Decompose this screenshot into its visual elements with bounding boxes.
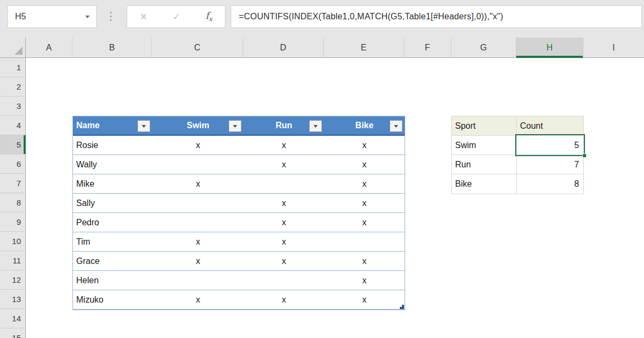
column-header-h-selected[interactable]: H (516, 38, 583, 57)
header-run[interactable]: Run (244, 116, 324, 135)
row-header-3[interactable]: 3 (0, 97, 26, 116)
fill-handle[interactable] (582, 153, 587, 158)
row-header-9[interactable]: 9 (0, 212, 26, 232)
cell-count[interactable]: 8 (517, 174, 583, 194)
cell-bike[interactable]: x (324, 213, 405, 232)
enter-icon[interactable]: ✓ (173, 11, 180, 23)
cell-name[interactable]: Wally (73, 155, 152, 174)
column-header-a[interactable]: A (26, 38, 72, 57)
cell-name[interactable]: Helen (73, 271, 152, 290)
row-header-12[interactable]: 12 (0, 270, 26, 290)
column-header-b[interactable]: B (72, 38, 152, 57)
column-header-e[interactable]: E (324, 38, 404, 57)
cell-run[interactable] (244, 174, 324, 193)
cell-name[interactable]: Rosie (73, 136, 152, 155)
row-header-7[interactable]: 7 (0, 174, 26, 193)
cell-swim[interactable] (152, 155, 244, 174)
cell-bike[interactable]: x (324, 252, 405, 270)
cell-count[interactable]: 7 (517, 155, 583, 174)
cell-name[interactable]: Sally (73, 194, 152, 212)
cell-name[interactable]: Tim (73, 232, 152, 251)
cell-name[interactable]: Grace (73, 252, 152, 270)
insert-function-icon[interactable]: fx (206, 10, 213, 23)
cell-name[interactable]: Pedro (73, 213, 152, 232)
chevron-down-icon (313, 125, 318, 128)
table-resize-handle[interactable] (400, 305, 404, 309)
cell-sport[interactable]: Run (452, 155, 517, 174)
column-header-i[interactable]: I (583, 38, 644, 57)
table-row: Tim x x (73, 232, 405, 252)
filter-button-name[interactable] (137, 120, 150, 132)
row-header-5-selected[interactable]: 5 (0, 135, 26, 155)
row-header-1[interactable]: 1 (0, 58, 26, 77)
cell-swim[interactable] (152, 271, 244, 290)
cell-bike[interactable]: x (324, 174, 405, 193)
cell-swim[interactable]: x (152, 290, 244, 309)
cell-name[interactable]: Mike (73, 174, 152, 193)
row-header-10[interactable]: 10 (0, 232, 26, 251)
row-header-2[interactable]: 2 (0, 77, 26, 97)
cell-name[interactable]: Mizuko (73, 290, 152, 309)
table-row: Pedro x x (73, 213, 405, 232)
row-header-14[interactable]: 14 (0, 309, 26, 328)
filter-button-run[interactable] (309, 120, 322, 132)
row-header-4[interactable]: 4 (0, 116, 26, 135)
column-header-d[interactable]: D (243, 38, 324, 57)
filter-button-swim[interactable] (229, 120, 241, 132)
cell-swim[interactable]: x (152, 252, 244, 270)
row-header-6[interactable]: 6 (0, 155, 26, 174)
row-header-15[interactable]: 15 (0, 328, 26, 338)
cell-bike[interactable]: x (324, 271, 405, 290)
cell-run[interactable]: x (244, 155, 324, 174)
cell-swim[interactable] (152, 213, 244, 232)
summary-header-sport[interactable]: Sport (452, 116, 517, 135)
cell-bike[interactable]: x (324, 290, 405, 309)
formula-input[interactable]: =COUNTIFS(INDEX(Table1,0,MATCH(G5,Table1… (231, 5, 642, 28)
table-row: Rosie x x x (73, 136, 405, 155)
cell-run[interactable] (244, 271, 324, 290)
cell-run[interactable]: x (244, 213, 324, 232)
cell-run[interactable]: x (244, 290, 324, 309)
summary-row: Bike 8 (452, 174, 583, 194)
cancel-icon[interactable]: ✕ (140, 11, 147, 23)
cell-sport[interactable]: Bike (452, 174, 517, 194)
cell-run[interactable]: x (244, 136, 324, 155)
cell-bike[interactable]: x (324, 194, 405, 212)
cell-swim[interactable]: x (152, 232, 244, 251)
cell-run[interactable]: x (244, 252, 324, 270)
chevron-down-icon (142, 125, 146, 128)
select-all-button[interactable] (0, 38, 26, 57)
summary-table: Sport Count Swim 5 Run 7 Bike 8 (451, 116, 584, 194)
header-bike[interactable]: Bike (324, 116, 405, 135)
select-all-icon (14, 47, 23, 55)
cell-swim[interactable]: x (152, 174, 244, 193)
cell-run[interactable]: x (244, 194, 324, 212)
row-header-11[interactable]: 11 (0, 251, 26, 270)
cell-count-selected[interactable]: 5 (517, 136, 583, 155)
column-header-c[interactable]: C (152, 38, 243, 57)
cell-sport[interactable]: Swim (452, 136, 517, 155)
column-header-f[interactable]: F (404, 38, 451, 57)
summary-header-count[interactable]: Count (517, 116, 583, 135)
cell-bike[interactable]: x (324, 136, 405, 155)
cell-bike[interactable] (324, 232, 405, 251)
header-name[interactable]: Name (73, 116, 152, 135)
summary-row: Swim 5 (452, 136, 583, 155)
formula-text[interactable]: =COUNTIFS(INDEX(Table1,0,MATCH(G5,Table1… (231, 12, 503, 21)
name-box-value[interactable]: H5 (8, 12, 85, 21)
cell-bike[interactable]: x (324, 155, 405, 174)
main-table: Name Swim Run Bike Rosie x x x Wally x x… (72, 116, 405, 310)
cell-swim[interactable]: x (152, 136, 244, 155)
summary-row: Run 7 (452, 155, 583, 174)
formula-bar-separator (110, 12, 112, 21)
filter-button-bike[interactable] (390, 120, 402, 132)
name-box-dropdown-icon[interactable] (85, 16, 90, 18)
row-header-13[interactable]: 13 (0, 290, 26, 309)
header-swim[interactable]: Swim (152, 116, 244, 135)
row-header-8[interactable]: 8 (0, 193, 26, 212)
name-box[interactable]: H5 (8, 5, 97, 28)
table-row: Grace x x x (73, 252, 405, 271)
cell-swim[interactable] (152, 194, 244, 212)
cell-run[interactable]: x (244, 232, 324, 251)
column-header-g[interactable]: G (451, 38, 516, 57)
